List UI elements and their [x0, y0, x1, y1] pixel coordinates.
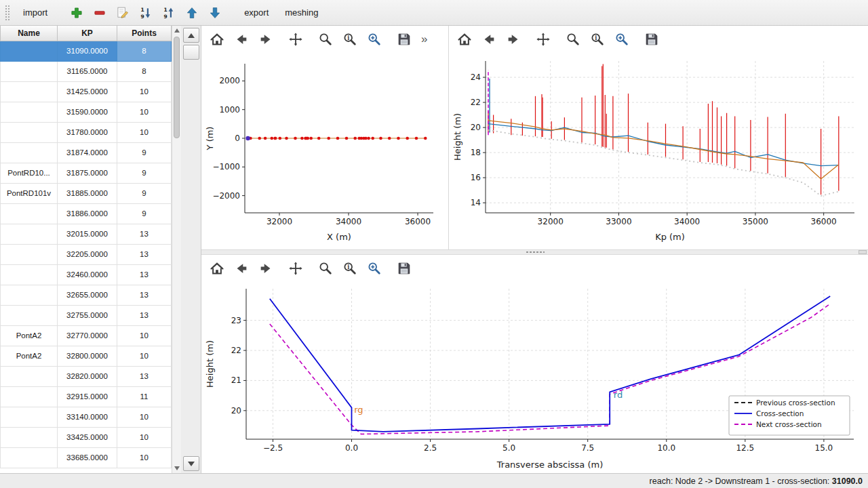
pan-button[interactable]: [284, 28, 307, 50]
table-row[interactable]: 31590.000010: [1, 102, 172, 122]
table-row[interactable]: 33140.000010: [1, 407, 172, 427]
table-row[interactable]: PontRD101v31885.00009: [1, 183, 172, 203]
kp-cell: 33140.0000: [58, 407, 117, 427]
home-button[interactable]: [453, 28, 476, 50]
pan-button[interactable]: [532, 28, 555, 50]
table-row[interactable]: 32015.000013: [1, 224, 172, 244]
zoom-plus-button[interactable]: [363, 28, 386, 50]
svg-text:15.0: 15.0: [815, 443, 833, 453]
zoom-plus-button[interactable]: [610, 28, 633, 50]
sort-ascending-button[interactable]: 19: [136, 3, 156, 22]
plus-icon: [70, 6, 83, 20]
toolbar-overflow-chevron[interactable]: »: [418, 33, 430, 46]
profile-chart[interactable]: 3200033000340003500036000141618202224Kp …: [452, 53, 865, 244]
scrollbar-up-arrow-icon[interactable]: [174, 28, 180, 33]
zoom-button[interactable]: [314, 28, 337, 50]
forward-button[interactable]: [254, 258, 277, 279]
table-row[interactable]: 31425.000010: [1, 81, 172, 102]
table-row[interactable]: 32460.000013: [1, 264, 172, 285]
edit-pencil-icon: [116, 6, 130, 20]
table-row[interactable]: 31780.000010: [1, 122, 172, 142]
table-row[interactable]: 31874.00009: [1, 142, 172, 163]
home-button[interactable]: [205, 28, 229, 50]
table-row[interactable]: 31090.00008: [1, 41, 172, 61]
remove-cross-section-button[interactable]: [90, 3, 110, 22]
table-row[interactable]: PontRD10...31875.00009: [1, 163, 172, 183]
table-row[interactable]: 31886.00009: [1, 203, 172, 224]
marker-cross-section-markers: [353, 137, 357, 140]
plan-view-chart[interactable]: 320003400036000−2000−1000010002000X (m)Y…: [204, 53, 443, 244]
forward-button[interactable]: [502, 28, 525, 50]
home-button[interactable]: [205, 258, 229, 279]
status-bar: reach: Node 2 -> Downstream 1 - cross-se…: [0, 473, 868, 488]
top-plots-row: i» 320003400036000−2000−1000010002000X (…: [201, 26, 868, 249]
cross-section-table: Name KP Points 31090.0000831165.00008314…: [0, 26, 172, 468]
table-scrollbar-thumb[interactable]: [174, 37, 180, 138]
back-button[interactable]: [230, 258, 253, 279]
name-cell: [1, 264, 58, 285]
panel-scrollbar-thumb[interactable]: [183, 45, 199, 60]
cross-section-list-panel: Name KP Points 31090.0000831165.00008314…: [0, 26, 180, 473]
cross-section-chart[interactable]: rgrd−2.50.02.55.07.510.012.515.020212223…: [204, 282, 863, 472]
zoom-info-button[interactable]: i: [338, 258, 361, 279]
save-button[interactable]: [640, 28, 663, 50]
svg-text:34000: 34000: [674, 217, 700, 226]
name-cell: [1, 61, 58, 81]
points-cell: 10: [117, 81, 172, 102]
zoom-info-button[interactable]: i: [586, 28, 609, 50]
zoom-info-icon: i: [342, 32, 357, 47]
marker-cross-section-markers: [371, 137, 374, 140]
save-button[interactable]: [393, 28, 416, 50]
import-button[interactable]: import: [16, 3, 54, 22]
table-row[interactable]: 32655.000013: [1, 285, 172, 305]
horizontal-splitter[interactable]: [201, 249, 868, 255]
back-button[interactable]: [477, 28, 500, 50]
table-scrollbar[interactable]: [172, 26, 181, 473]
svg-text:35000: 35000: [743, 217, 768, 226]
move-down-button[interactable]: [205, 3, 225, 22]
zoom-button[interactable]: [561, 28, 585, 50]
table-row[interactable]: 31165.00008: [1, 61, 172, 81]
name-cell: [1, 427, 58, 447]
move-up-button[interactable]: [182, 3, 202, 22]
scrollbar-down-arrow-icon[interactable]: [174, 466, 180, 470]
kp-cell: 31165.0000: [58, 61, 117, 81]
column-header-points[interactable]: Points: [117, 26, 172, 41]
x-axis-label: Transverse abscissa (m): [496, 460, 604, 470]
table-row[interactable]: PontA232770.000010: [1, 325, 172, 346]
back-icon: [234, 261, 249, 276]
panel-scroll-up-button[interactable]: [183, 28, 199, 43]
add-cross-section-button[interactable]: [66, 3, 87, 22]
kp-cell: 31090.0000: [58, 41, 117, 61]
zoom-button[interactable]: [314, 258, 337, 279]
zoom-plus-button[interactable]: [363, 258, 386, 279]
forward-button[interactable]: [254, 28, 277, 50]
edit-cross-section-button[interactable]: [113, 3, 133, 22]
pan-button[interactable]: [284, 258, 307, 279]
marker-cross-section-markers: [285, 137, 288, 140]
back-button[interactable]: [230, 28, 253, 50]
svg-text:33000: 33000: [606, 217, 631, 226]
table-row[interactable]: 32205.000013: [1, 244, 172, 264]
column-header-kp[interactable]: KP: [58, 26, 117, 41]
sort-descending-button[interactable]: 19: [159, 3, 179, 22]
table-row[interactable]: 33685.000010: [1, 447, 172, 468]
table-row[interactable]: 33425.000010: [1, 427, 172, 447]
table-row[interactable]: 32915.000011: [1, 386, 172, 407]
y-axis-label: Height (m): [205, 340, 215, 388]
plan-view-pane: i» 320003400036000−2000−1000010002000X (…: [201, 26, 448, 249]
table-row[interactable]: PontA232800.000010: [1, 346, 172, 366]
column-header-name[interactable]: Name: [1, 26, 58, 41]
zoom-info-button[interactable]: i: [338, 28, 361, 50]
meshing-button[interactable]: meshing: [278, 3, 325, 22]
panel-scroll-down-button[interactable]: [183, 456, 199, 471]
minus-icon: [93, 6, 106, 20]
table-row[interactable]: 32755.000013: [1, 305, 172, 325]
export-button[interactable]: export: [237, 3, 275, 22]
save-button[interactable]: [393, 258, 416, 279]
table-row[interactable]: 32820.000013: [1, 366, 172, 386]
kp-cell: 32770.0000: [58, 325, 117, 346]
marker-cross-section-markers: [367, 137, 370, 140]
toolbar-grip: [5, 5, 9, 20]
zoom-icon: [566, 32, 580, 47]
